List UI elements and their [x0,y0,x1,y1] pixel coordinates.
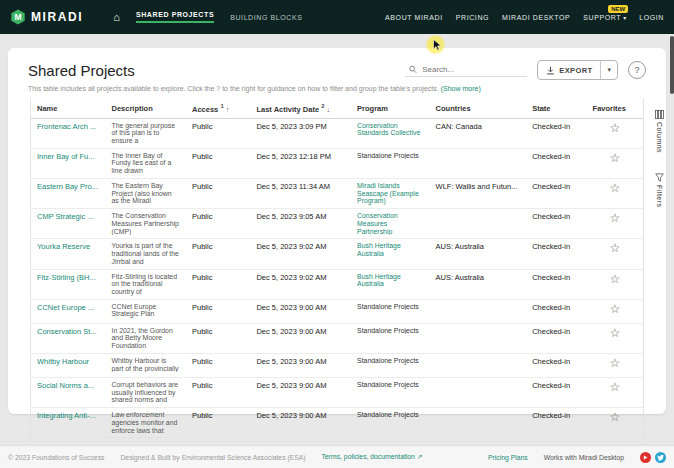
project-program-link[interactable]: Conservation Measures Partnership [357,212,424,235]
columns-icon [655,110,664,119]
project-countries [430,148,527,178]
favorite-star-icon[interactable]: ☆ [609,302,620,316]
nav-miradi-desktop[interactable]: MIRADI DESKTOP [502,14,570,21]
project-name-link[interactable]: Inner Bay of Fu... [37,152,99,161]
favorite-star-icon[interactable]: ☆ [609,211,620,225]
home-icon[interactable]: ⌂ [113,12,120,23]
favorite-star-icon[interactable]: ☆ [609,272,620,286]
copyright-text: © 2023 Foundations of Success [8,454,104,461]
nav-pricing[interactable]: PRICING [456,14,489,21]
pricing-plans-link[interactable]: Pricing Plans [488,454,528,461]
project-name-link[interactable]: Whitby Harbour [37,357,99,366]
favorite-star-icon[interactable]: ☆ [609,410,620,424]
project-description: The Eastern Bay Project (also known as t… [111,182,180,205]
favorite-star-icon[interactable]: ☆ [609,151,620,165]
project-name-link[interactable]: Eastern Bay Pro... [37,182,99,191]
project-access: Public [186,377,250,407]
miradi-logo[interactable]: M MIRADI [10,9,83,25]
project-state: Checked-in [526,377,586,407]
project-access: Public [186,239,250,269]
project-description: In 2021, the Gordon and Betty Moore Foun… [111,327,180,350]
project-state: Checked-in [526,148,586,178]
page-footer: © 2023 Foundations of Success Designed &… [0,445,674,468]
project-access: Public [186,209,250,239]
favorite-star-icon[interactable]: ☆ [609,121,620,135]
terms-link[interactable]: Terms, policies, documentation ↗ [322,453,423,461]
col-header-access[interactable]: Access 1 ↑ [186,99,250,118]
page-scrollbar-thumb[interactable] [670,36,674,94]
project-program-link[interactable]: Bush Heritage Australia [357,242,424,257]
favorite-star-icon[interactable]: ☆ [609,181,620,195]
sort-order-badge: 1 [220,103,223,109]
project-name-link[interactable]: Integrating Anti-... [37,411,99,420]
nav-about-miradi[interactable]: ABOUT MIRADI [385,14,443,21]
project-description: Whitby Harbour is part of the provincial… [111,357,180,372]
project-name-link[interactable]: CCNet Europe ... [37,303,99,312]
twitter-icon[interactable] [655,452,666,463]
youtube-icon[interactable] [640,452,651,463]
project-program-link: Standalone Projects [357,411,424,419]
project-name-link[interactable]: Frontenac Arch ... [37,122,99,131]
project-countries: CAN: Canada [430,118,527,148]
search-input[interactable] [422,65,523,74]
project-countries [430,353,527,377]
favorite-star-icon[interactable]: ☆ [609,380,620,394]
export-button[interactable]: EXPORT ▾ [537,60,618,80]
col-header-last-activity[interactable]: Last Activity Date 2 ↓ [250,99,351,118]
filters-tab[interactable]: Filters [655,173,664,208]
col-header-countries[interactable]: Countries [430,99,527,118]
project-name-link[interactable]: Yourka Reserve [37,242,99,251]
top-navbar: M MIRADI ⌂ SHARED PROJECTS BUILDING BLOC… [0,0,674,34]
project-last-activity: Dec 5, 2023 9:02 AM [250,239,351,269]
project-program-link: Standalone Projects [357,303,424,311]
favorite-star-icon[interactable]: ☆ [609,356,620,370]
columns-tab[interactable]: Columns [655,110,664,153]
nav-login[interactable]: LOGIN [639,14,664,21]
project-access: Public [186,118,250,148]
favorite-star-icon[interactable]: ☆ [609,326,620,340]
col-header-description[interactable]: Description [105,99,186,118]
project-name-link[interactable]: Conservation St... [37,327,99,336]
project-state: Checked-in [526,323,586,353]
project-countries [430,299,527,323]
project-access: Public [186,408,250,438]
project-description: The general purpose of this plan is to e… [111,122,180,145]
favorite-star-icon[interactable]: ☆ [609,241,620,255]
nav-building-blocks[interactable]: BUILDING BLOCKS [230,14,302,21]
project-name-link[interactable]: Fitz-Stirling (BH... [37,273,99,282]
project-state: Checked-in [526,299,586,323]
table-note-text: This table includes all projects availab… [28,85,439,92]
filter-icon [655,173,664,182]
search-box[interactable] [405,63,527,77]
project-program-link[interactable]: Miradi Islands Seascape (Example Program… [357,182,424,205]
table-header-row: Name Description Access 1 ↑ Last Activit… [31,99,643,118]
project-name-link[interactable]: Social Norms a... [37,381,99,390]
col-header-program[interactable]: Program [351,99,430,118]
project-last-activity: Dec 5, 2023 3:09 PM [250,118,351,148]
table-row: Frontenac Arch ... The general purpose o… [31,118,643,148]
help-button[interactable]: ? [628,61,646,79]
col-header-state[interactable]: State [526,99,586,118]
nav-shared-projects[interactable]: SHARED PROJECTS [136,11,214,23]
project-program-link[interactable]: Bush Heritage Australia [357,273,424,288]
project-program-link[interactable]: Conservation Standards Collective [357,122,424,137]
table-row: Integrating Anti-... Law enforcement age… [31,408,643,438]
project-name-link[interactable]: CMP Strategic ... [37,212,99,221]
project-countries: AUS: Australia [430,239,527,269]
table-side-tabs: Columns Filters [652,110,666,208]
project-state: Checked-in [526,239,586,269]
project-program-link: Standalone Projects [357,152,424,160]
project-last-activity: Dec 5, 2023 9:00 AM [250,323,351,353]
col-header-favorites: Favorites [587,99,643,118]
project-countries [430,323,527,353]
chevron-down-icon: ▾ [623,14,626,21]
project-state: Checked-in [526,118,586,148]
nav-support[interactable]: NEW SUPPORT ▾ [583,14,626,21]
project-last-activity: Dec 5, 2023 9:00 AM [250,408,351,438]
col-header-name[interactable]: Name [31,99,105,118]
project-last-activity: Dec 5, 2023 9:05 AM [250,209,351,239]
export-dropdown-chevron-icon[interactable]: ▾ [600,61,617,79]
designed-by-text: Designed & Built by Environmental Scienc… [120,454,305,461]
table-row: Social Norms a... Corrupt behaviors are … [31,377,643,407]
show-more-link[interactable]: (Show more) [441,85,481,92]
